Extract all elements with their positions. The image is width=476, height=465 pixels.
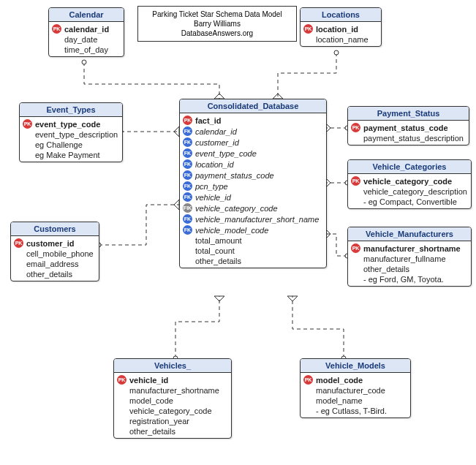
attr-label: total_count <box>195 246 235 255</box>
attr-label: vehicle_manufacturer_short_name <box>195 215 319 224</box>
attr-row: registration_year <box>117 416 228 426</box>
fk-badge-icon: FK <box>183 181 192 191</box>
entity-header-vehicle-manufacturers: Vehicle_Manufacturers <box>348 227 471 241</box>
entity-body-event-types: PKevent_type_codeevent_type_descriptione… <box>20 117 122 162</box>
attr-row: PKlocation_id <box>303 23 378 34</box>
entity-locations: Locations PKlocation_idlocation_name <box>300 7 382 47</box>
attr-label: vehicle_category_code <box>363 177 452 186</box>
attr-row: FKlocation_id <box>183 159 323 170</box>
entity-body-vehicles: PKvehicle_idmanufacturer_shortnamemodel_… <box>114 373 231 438</box>
entity-calendar: Calendar PKcalendar_idday_datetime_of_da… <box>48 7 124 57</box>
attr-label: model_code <box>316 376 363 385</box>
entity-header-vehicle-categories: Vehicle_Categories <box>348 160 471 174</box>
fk-badge-icon: FK <box>183 192 192 202</box>
attr-row: manufacturer_code <box>303 385 407 396</box>
entity-header-vehicles: Vehicles_ <box>114 359 231 373</box>
pk-badge-icon: PK <box>351 176 360 186</box>
attr-row: PKmanufacturer_shortname <box>351 243 468 254</box>
attr-label: eg Make Payment <box>35 151 100 159</box>
attr-row: eg Make Payment <box>23 150 119 160</box>
attr-label: location_id <box>316 25 358 34</box>
entity-vehicle-manufacturers: Vehicle_Manufacturers PKmanufacturer_sho… <box>347 227 472 287</box>
entity-consolidated-database: Consolidated_Database PKfact_idFKcalenda… <box>179 99 327 268</box>
attr-row: FKvehicle_id <box>183 192 323 203</box>
attr-row: FIKvehicle_category_code <box>183 203 323 213</box>
attr-label: manufacturer_fullname <box>363 254 446 263</box>
attr-label: calendar_id <box>195 127 237 136</box>
entity-body-vehicle-categories: PKvehicle_category_codevehicle_category_… <box>348 174 471 208</box>
attr-label: vehicle_id <box>195 193 231 202</box>
pk-badge-icon: PK <box>303 375 313 385</box>
attr-row: eg Challenge <box>23 140 119 150</box>
attr-row: email_address <box>14 259 96 269</box>
attr-row: other_details <box>183 256 323 266</box>
entity-vehicle-categories: Vehicle_Categories PKvehicle_category_co… <box>347 159 472 209</box>
attr-label: calendar_id <box>64 25 109 34</box>
attr-row: FKpayment_status_code <box>183 170 323 181</box>
attr-row: other_details <box>14 269 96 279</box>
attr-row: PKcalendar_id <box>52 23 121 34</box>
attr-label: location_id <box>195 160 234 169</box>
attr-label: manufacturer_code <box>316 386 385 395</box>
attr-row: PKevent_type_code <box>23 118 119 129</box>
entity-body-payment-status: PKpayment_status_codepayment_status_desc… <box>348 121 469 145</box>
attr-label: registration_year <box>129 417 189 426</box>
attr-label: other_details <box>26 270 72 279</box>
attr-row: FKcustomer_id <box>183 137 323 148</box>
attr-row: FKvehicle_manufacturer_short_name <box>183 213 323 224</box>
attr-label: manufacturer_shortname <box>129 386 219 395</box>
attr-label: vehicle_category_description <box>363 187 467 196</box>
attr-label: model_code <box>129 396 173 405</box>
attr-row: manufacturer_shortname <box>117 385 228 396</box>
entity-body-consolidated: PKfact_idFKcalendar_idFKcustomer_idFKeve… <box>180 113 326 268</box>
pk-badge-icon: PK <box>52 24 61 34</box>
pk-badge-icon: PK <box>351 243 360 253</box>
attr-label: other_details <box>129 427 175 436</box>
attr-label: - eg Compact, Convertible <box>363 197 457 206</box>
attr-row: time_of_day <box>52 45 121 55</box>
attr-row: PKpayment_status_code <box>351 122 466 133</box>
attr-row: vehicle_category_description <box>351 186 468 197</box>
attr-row: total_count <box>183 246 323 256</box>
entity-header-payment-status: Payment_Status <box>348 107 469 121</box>
attr-row: PKvehicle_category_code <box>351 175 468 186</box>
attr-label: vehicle_category_code <box>195 204 278 213</box>
pk-badge-icon: PK <box>351 123 360 132</box>
attr-label: payment_status_code <box>195 171 274 180</box>
attr-row: PKmodel_code <box>303 374 407 385</box>
pk-badge-icon: PK <box>117 375 126 385</box>
attr-row: vehicle_category_code <box>117 406 228 416</box>
entity-body-vehicle-models: PKmodel_codemanufacturer_codemodel_name-… <box>301 373 410 417</box>
entity-body-calendar: PKcalendar_idday_datetime_of_day <box>49 22 124 56</box>
attr-row: other_details <box>351 264 468 274</box>
title-line3: DatabaseAnswers.org <box>144 29 290 38</box>
attr-row: model_code <box>117 396 228 406</box>
pk-badge-icon: PK <box>23 119 32 129</box>
attr-label: payment_status_description <box>363 134 464 143</box>
attr-label: event_type_code <box>195 149 257 158</box>
attr-row: - eg Ford, GM, Toyota. <box>351 274 468 284</box>
attr-label: event_type_code <box>35 120 100 129</box>
attr-label: day_date <box>64 35 97 44</box>
entity-header-vehicle-models: Vehicle_Models <box>301 359 410 373</box>
attr-row: cell_mobile_phone <box>14 249 96 259</box>
attr-label: manufacturer_shortname <box>363 244 461 253</box>
attr-label: model_name <box>316 396 363 405</box>
entity-body-locations: PKlocation_idlocation_name <box>301 22 381 46</box>
title-line1: Parking Ticket Star Schema Data Model <box>144 10 290 19</box>
pk-badge-icon: PK <box>14 238 23 248</box>
fk-badge-icon: FK <box>183 225 192 235</box>
attr-row: - eg Cutlass, T-Bird. <box>303 406 407 416</box>
entity-vehicle-models: Vehicle_Models PKmodel_codemanufacturer_… <box>300 358 411 418</box>
attr-row: PKfact_id <box>183 115 323 126</box>
attr-label: customer_id <box>26 239 74 248</box>
title-line2: Barry Williams <box>144 19 290 29</box>
attr-row: model_name <box>303 396 407 406</box>
attr-label: other_details <box>195 257 241 265</box>
entity-payment-status: Payment_Status PKpayment_status_codepaym… <box>347 106 469 145</box>
entity-header-event-types: Event_Types <box>20 103 122 117</box>
attr-label: vehicle_model_code <box>195 226 268 235</box>
attr-row: location_name <box>303 34 378 45</box>
attr-row: PKvehicle_id <box>117 374 228 385</box>
attr-label: time_of_day <box>64 45 108 54</box>
